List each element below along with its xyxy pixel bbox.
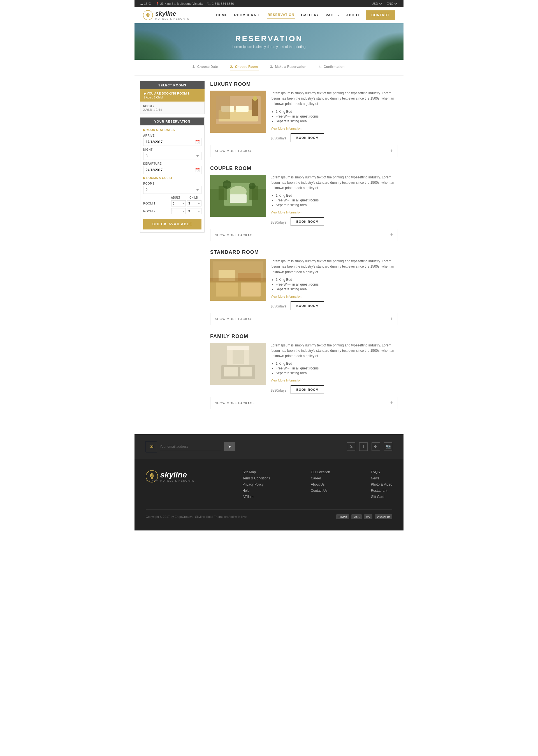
nav-home[interactable]: HOME: [215, 12, 228, 18]
couple-show-more[interactable]: SHOW MORE PACKAGE +: [210, 229, 398, 241]
nav-about[interactable]: ABOUT: [346, 12, 360, 18]
svg-rect-22: [216, 283, 238, 296]
couple-room-img-placeholder: [210, 175, 266, 217]
footer-col-1: Site Map Term & Conditions Privacy Polic…: [242, 470, 270, 501]
footer-link-photo-video[interactable]: Photo & Video: [371, 482, 392, 486]
family-book-button[interactable]: BOOK ROOM: [291, 385, 324, 394]
sidebar-room-2[interactable]: ROOM 2 2 Adult, 1 Child: [140, 102, 204, 114]
reservation-body: YOUR STAY DATES ARRIVE 📅 NIGHT 31245 DEP…: [140, 125, 204, 232]
family-show-more-icon: +: [390, 400, 393, 406]
nav-room-rate[interactable]: ROOM & RATE: [234, 12, 261, 18]
stay-dates-toggle[interactable]: YOUR STAY DATES: [143, 128, 201, 132]
nav-gallery[interactable]: GALLERY: [301, 12, 320, 18]
tripadvisor-icon[interactable]: ✈: [372, 442, 380, 451]
footer-bottom: Copyright © 2017 by EngoCreative. Skylin…: [146, 509, 392, 519]
nav-contact[interactable]: CONTACT: [366, 10, 395, 20]
footer-link-privacy[interactable]: Privacy Policy: [242, 482, 270, 486]
language-select[interactable]: ENG: [386, 2, 398, 6]
hero-subtitle: Lorem Ipsum is simply dummy text of the …: [233, 45, 306, 49]
footer-logo-subtitle: HOTELS & RESORTS: [160, 479, 194, 482]
arrive-calendar-icon[interactable]: 📅: [195, 140, 200, 144]
family-show-more[interactable]: SHOW MORE PACKAGE +: [210, 397, 398, 409]
footer-link-location[interactable]: Our Location: [311, 470, 330, 474]
logo-subtitle: HOTELS & RESORTS: [155, 17, 189, 20]
rooms-select[interactable]: 2134: [143, 186, 201, 194]
check-available-button[interactable]: CHECK AVAILABLE: [143, 219, 201, 229]
couple-view-more[interactable]: View More Information: [271, 211, 301, 214]
room2-adult-select[interactable]: 312: [171, 208, 186, 214]
top-bar-right: USD ENG: [370, 2, 398, 6]
step-2[interactable]: 2. Choose Room: [230, 65, 259, 70]
sidebar: SELECT ROOMS ▶ YOU ARE BOOKING ROOM 1 2 …: [140, 81, 204, 417]
luxury-show-more[interactable]: SHOW MORE PACKAGE +: [210, 145, 398, 157]
svg-rect-6: [236, 106, 248, 112]
luxury-room-features: 1 King Bed Free Wi-Fi in all guest rooms…: [271, 110, 398, 123]
sidebar-room-1[interactable]: ▶ YOU ARE BOOKING ROOM 1 2 Adult, 1 Chil…: [140, 89, 204, 101]
luxury-book-button[interactable]: BOOK ROOM: [291, 133, 324, 142]
couple-book-button[interactable]: BOOK ROOM: [291, 217, 324, 226]
hero-title: RESERVATION: [233, 34, 306, 43]
footer-link-sitemap[interactable]: Site Map: [242, 470, 270, 474]
luxury-view-more[interactable]: View More Information: [271, 127, 301, 130]
footer-link-terms[interactable]: Term & Conditions: [242, 476, 270, 480]
footer-link-about[interactable]: About Us: [311, 482, 330, 486]
newsletter-email-input[interactable]: [160, 442, 221, 451]
couple-room-image: [210, 175, 266, 217]
luxury-room-title: LUXURY ROOM: [210, 81, 398, 87]
step-3[interactable]: 3. Make a Reservation: [270, 65, 307, 70]
footer-link-faqs[interactable]: FAQS: [371, 470, 392, 474]
room1-child-select[interactable]: 312: [187, 200, 201, 207]
top-bar-left: ☁ 15°C 📍 23 King Str, Melbourne Victoria…: [140, 2, 234, 6]
family-price: $330/days: [271, 387, 286, 393]
footer-link-help[interactable]: Help: [242, 489, 270, 493]
standard-room-content: Lorem Ipsum is simply dummy text of the …: [210, 259, 398, 310]
footer-link-career[interactable]: Career: [311, 476, 330, 480]
standard-view-more[interactable]: View More Information: [271, 295, 301, 298]
couple-room-details: Lorem Ipsum is simply dummy text of the …: [271, 175, 398, 226]
standard-book-button[interactable]: BOOK ROOM: [291, 301, 324, 310]
svg-point-8: [253, 96, 257, 101]
step-1[interactable]: 1. Choose Date: [192, 65, 219, 70]
luxury-feature-2: Free Wi-Fi in all guest rooms: [276, 114, 398, 118]
room1-adult-select[interactable]: 312: [171, 200, 186, 207]
room-card-standard: STANDARD ROOM: [210, 249, 398, 325]
step-4[interactable]: 4. Confirmation: [319, 65, 346, 70]
footer-link-giftcard[interactable]: Gift Card: [371, 495, 392, 499]
instagram-icon[interactable]: 📷: [384, 442, 392, 451]
family-view-more[interactable]: View More Information: [271, 379, 301, 382]
standard-show-more[interactable]: SHOW MORE PACKAGE +: [210, 313, 398, 325]
rooms-label: ROOMS: [143, 182, 201, 185]
payment-icons: PayPal VISA MC DISCOVER: [336, 514, 392, 519]
footer-col-3: FAQS News Photo & Video Restaurant Gift …: [371, 470, 392, 501]
svg-point-0: [143, 10, 153, 20]
luxury-feature-3: Separate sitting area: [276, 119, 398, 123]
room2-child-select[interactable]: 312: [187, 208, 201, 214]
standard-feature-3: Separate sitting area: [276, 287, 398, 291]
rooms-guest-toggle[interactable]: ROOMS & GUEST: [143, 176, 201, 180]
luxury-price-row: $330/days BOOK ROOM: [271, 133, 398, 142]
currency-select[interactable]: USD: [370, 2, 383, 6]
night-select[interactable]: 31245: [143, 152, 201, 160]
arrive-label: ARRIVE: [143, 134, 201, 137]
footer-link-news[interactable]: News: [371, 476, 392, 480]
step-1-number: 1.: [192, 65, 195, 69]
luxury-price: $330/days: [271, 134, 286, 141]
standard-room-title: STANDARD ROOM: [210, 249, 398, 255]
twitter-icon[interactable]: 𝕏: [347, 442, 355, 451]
departure-calendar-icon[interactable]: 📅: [195, 168, 200, 172]
footer-link-affiliate[interactable]: Affiliate: [242, 495, 270, 499]
nav-reservation[interactable]: RESERVATION: [267, 12, 295, 19]
departure-input[interactable]: [143, 166, 201, 174]
footer-link-contact[interactable]: Contact Us: [311, 489, 330, 493]
family-feature-2: Free Wi-Fi in all guest rooms: [276, 366, 398, 370]
newsletter-submit-button[interactable]: ➤: [224, 442, 235, 451]
reservation-section: YOUR RESERVATION YOUR STAY DATES ARRIVE …: [140, 117, 204, 232]
sidebar-room-1-title: ▶ YOU ARE BOOKING ROOM 1: [144, 92, 201, 95]
nav-page[interactable]: PAGE: [325, 12, 340, 18]
footer-link-restaurant[interactable]: Restaurant: [371, 489, 392, 493]
discover-icon: DISCOVER: [375, 514, 392, 519]
couple-feature-2: Free Wi-Fi in all guest rooms: [276, 198, 398, 202]
arrive-input[interactable]: [143, 138, 201, 146]
footer-col-2: Our Location Career About Us Contact Us: [311, 470, 330, 501]
facebook-icon[interactable]: f: [359, 442, 368, 451]
